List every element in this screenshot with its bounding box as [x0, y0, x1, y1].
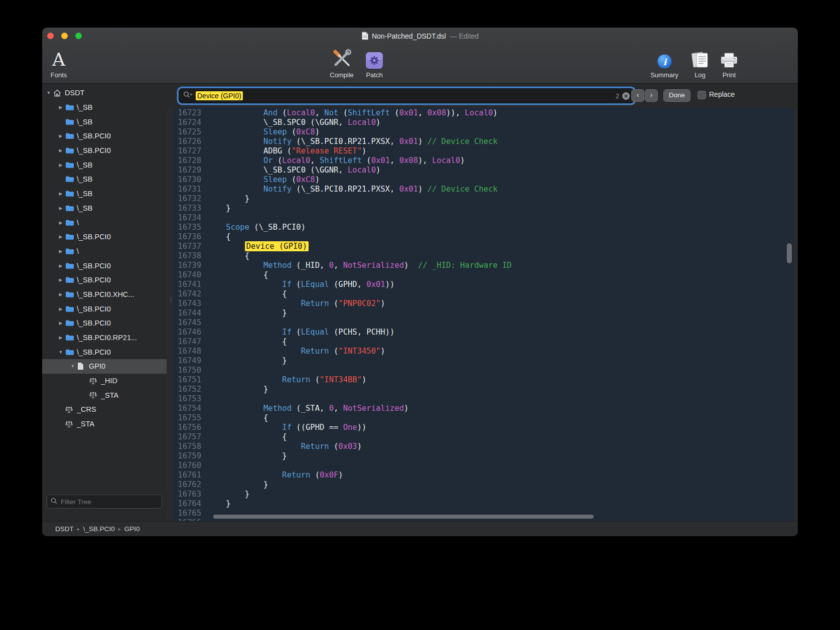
horizontal-scrollbar[interactable]: [213, 515, 594, 519]
code-line[interactable]: 16762 }: [174, 480, 794, 490]
code-line[interactable]: 16731 Notify (\_SB.PCI0.RP21.PXSX, 0x01)…: [174, 185, 794, 194]
code-line[interactable]: 16723 And (Local0, Not (ShiftLeft (0x01,…: [174, 108, 794, 118]
tree-item-sb[interactable]: \_SB: [42, 172, 167, 187]
disclosure-right-icon[interactable]: ▶: [56, 277, 65, 282]
vertical-scrollbar[interactable]: [787, 243, 792, 263]
code-line[interactable]: 16743 Return ("PNP0C02"): [174, 299, 794, 308]
code-line[interactable]: 16744 }: [174, 308, 794, 318]
find-previous-button[interactable]: ‹: [631, 89, 644, 102]
code-line[interactable]: 16727 ADBG ("Release RESET"): [174, 146, 794, 156]
tree-item-[interactable]: ▶\: [42, 215, 167, 230]
filter-tree-input[interactable]: [60, 498, 158, 506]
code-line[interactable]: 16729 \_SB.SPC0 (\GGNR, Local0): [174, 166, 794, 175]
disclosure-right-icon[interactable]: ▶: [56, 105, 65, 110]
code-line[interactable]: 16735 Scope (\_SB.PCI0): [174, 223, 794, 232]
code-line[interactable]: 16764 }: [174, 499, 794, 509]
code-line[interactable]: 16724 \_SB.SPC0 (\GGNR, Local0): [174, 118, 794, 127]
code-line[interactable]: 16749 }: [174, 356, 794, 366]
disclosure-right-icon[interactable]: ▶: [56, 163, 65, 168]
disclosure-right-icon[interactable]: ▶: [56, 148, 65, 153]
code-line[interactable]: 16761 Return (0x0F): [174, 470, 794, 480]
tree-item-sb[interactable]: ▶\_SB: [42, 187, 167, 201]
tree-item-sb-pci0[interactable]: ▶\_SB.PCI0: [42, 273, 167, 287]
search-menu-icon[interactable]: [183, 91, 193, 100]
done-button[interactable]: Done: [663, 89, 690, 102]
code-line[interactable]: 16734: [174, 213, 794, 223]
code-line[interactable]: 16739 Method (_HID, 0, NotSerialized) //…: [174, 261, 794, 270]
code-line[interactable]: 16750: [174, 366, 794, 375]
tree-item-sb[interactable]: ▶\_SB: [42, 201, 167, 216]
code-line[interactable]: 16741 If (LEqual (GPHD, 0x01)): [174, 280, 794, 289]
code-line[interactable]: 16745: [174, 318, 794, 328]
code-line[interactable]: 16725 Sleep (0xC8): [174, 127, 794, 137]
code-line[interactable]: 16732 }: [174, 194, 794, 204]
filter-tree-field[interactable]: [47, 495, 162, 509]
code-line[interactable]: 16759 }: [174, 451, 794, 461]
tree-item-sb[interactable]: ▶\_SB: [42, 100, 167, 115]
tree-item-gpi0[interactable]: ▼GPI0: [42, 359, 167, 374]
code-line[interactable]: 16757 {: [174, 432, 794, 442]
tree-item-dsdt[interactable]: ▼DSDT: [42, 86, 167, 100]
tree-item-sb-pci0[interactable]: ▶\_SB.PCI0: [42, 258, 167, 273]
code-line[interactable]: 16742 {: [174, 289, 794, 299]
tree-item-sb[interactable]: ▶\_SB: [42, 158, 167, 172]
clear-search-icon[interactable]: ✕: [622, 92, 630, 100]
fonts-button[interactable]: A Fonts: [42, 47, 81, 79]
code-line[interactable]: 16733 }: [174, 204, 794, 213]
code-line[interactable]: 16737 Device (GPI0): [174, 242, 794, 251]
disclosure-down-icon[interactable]: ▼: [44, 90, 53, 95]
disclosure-right-icon[interactable]: ▶: [56, 220, 65, 225]
tree-item-sb-pci0[interactable]: ▶\_SB.PCI0: [42, 301, 167, 316]
tree-item-sb-pci0-rp21[interactable]: ▶\_SB.PCI0.RP21...: [42, 331, 167, 345]
code-line[interactable]: 16728 Or (Local0, ShiftLeft (0x01, 0x08)…: [174, 156, 794, 166]
breadcrumb-item[interactable]: DSDT: [55, 525, 74, 533]
code-line[interactable]: 16751 Return ("INT34BB"): [174, 375, 794, 385]
breadcrumb-item[interactable]: GPI0: [124, 525, 140, 533]
code-line[interactable]: 16760: [174, 461, 794, 470]
code-line[interactable]: 16754 Method (_STA, 0, NotSerialized): [174, 404, 794, 413]
tree-item-sb-pci0[interactable]: ▶\_SB.PCI0: [42, 129, 167, 143]
disclosure-right-icon[interactable]: ▶: [56, 234, 65, 239]
tree-item-crs[interactable]: _CRS: [42, 402, 167, 417]
disclosure-right-icon[interactable]: ▶: [56, 191, 65, 196]
print-button[interactable]: Print: [707, 47, 752, 79]
disclosure-right-icon[interactable]: ▶: [56, 206, 65, 211]
disclosure-down-icon[interactable]: ▼: [56, 350, 65, 355]
disclosure-down-icon[interactable]: ▼: [68, 364, 77, 369]
disclosure-right-icon[interactable]: ▶: [56, 306, 65, 311]
code-line[interactable]: 16755 {: [174, 413, 794, 423]
disclosure-right-icon[interactable]: ▶: [56, 249, 65, 254]
tree-item-sta[interactable]: _STA: [42, 388, 167, 402]
code-line[interactable]: 16726 Notify (\_SB.PCI0.RP21.PXSX, 0x01)…: [174, 137, 794, 146]
find-field[interactable]: Device (GPI0) 2 ✕: [179, 88, 634, 103]
disclosure-right-icon[interactable]: ▶: [56, 292, 65, 297]
tree-item-sb-pci0[interactable]: ▼\_SB.PCI0: [42, 345, 167, 359]
code-line[interactable]: 16752 }: [174, 385, 794, 394]
code-line[interactable]: 16756 If ((GPHD == One)): [174, 423, 794, 432]
code-line[interactable]: 16748 Return ("INT3450"): [174, 347, 794, 356]
tree-item-[interactable]: ▶\: [42, 244, 167, 259]
tree-item-sb-pci0[interactable]: ▶\_SB.PCI0: [42, 143, 167, 158]
code-line[interactable]: 16758 Return (0x03): [174, 442, 794, 451]
code-line[interactable]: 16740 {: [174, 270, 794, 280]
tree-item-sb-pci0-xhc[interactable]: ▶\_SB.PCI0.XHC...: [42, 287, 167, 302]
splitter-handle-icon[interactable]: ⋮: [168, 298, 174, 300]
code-line[interactable]: 16746 If (LEqual (PCHS, PCHH)): [174, 328, 794, 337]
code-line[interactable]: 16738 {: [174, 251, 794, 261]
find-next-button[interactable]: ›: [645, 89, 658, 102]
breadcrumb-item[interactable]: \_SB.PCI0: [83, 525, 115, 533]
disclosure-right-icon[interactable]: ▶: [56, 335, 65, 340]
disclosure-right-icon[interactable]: ▶: [56, 263, 65, 268]
code-line[interactable]: 16736 {: [174, 232, 794, 242]
tree-item-sb[interactable]: \_SB: [42, 114, 167, 129]
tree-item-hid[interactable]: _HID: [42, 374, 167, 388]
tree-item-sb-pci0[interactable]: ▶\_SB.PCI0: [42, 230, 167, 244]
tree-item-sb-pci0[interactable]: ▶\_SB.PCI0: [42, 316, 167, 331]
code-line[interactable]: 16747 {: [174, 337, 794, 347]
tree-item-sta[interactable]: _STA: [42, 417, 167, 431]
code-line[interactable]: 16763 }: [174, 490, 794, 499]
code-line[interactable]: 16753: [174, 394, 794, 404]
disclosure-right-icon[interactable]: ▶: [56, 133, 65, 138]
code-line[interactable]: 16730 Sleep (0xC8): [174, 175, 794, 185]
replace-checkbox[interactable]: [697, 91, 706, 99]
